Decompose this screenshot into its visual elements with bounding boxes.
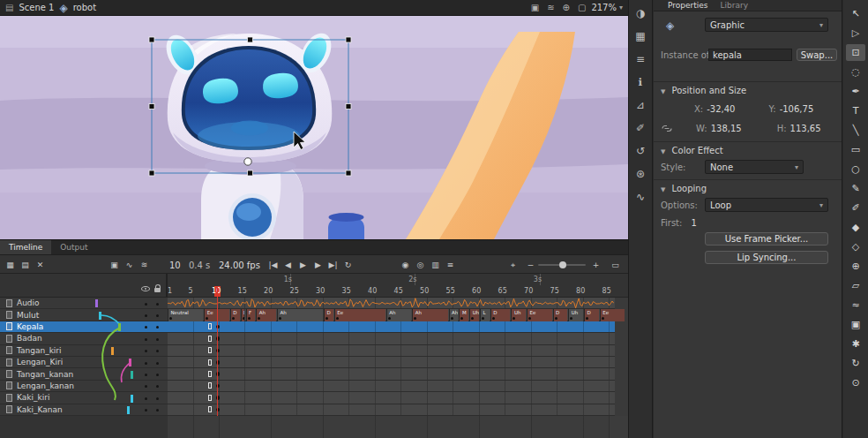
layer-lock-dot[interactable] [156,397,159,400]
layer-row-kaki_kanan[interactable]: Kaki_Kanan [0,404,168,416]
step-forward-icon[interactable]: ▶ [311,258,325,272]
center-frame-icon[interactable]: ⌖ [506,258,520,272]
insert-folder-icon[interactable]: ▤ [19,258,32,272]
layer-row-kaki_kiri[interactable]: Kaki_kiri [0,392,168,404]
mouth-keyframe-segment[interactable]: D [490,309,511,321]
align-panel-icon[interactable]: ≡ [632,50,649,67]
center-stage-icon[interactable]: ⊕ [563,3,570,12]
first-value[interactable]: 1 [691,218,696,228]
step-back-icon[interactable]: ◀ [281,258,295,272]
oval-tool[interactable]: ○ [846,161,865,177]
h-value[interactable]: 113,65 [790,124,821,133]
layer-frames-kaki_kiri[interactable] [168,392,615,404]
layer-depth-icon[interactable]: ≋ [138,258,151,272]
delete-layer-icon[interactable]: ✕ [34,258,47,272]
mouth-keyframe-segment[interactable]: Ee [600,309,625,321]
layer-lock-dot[interactable] [156,303,159,306]
width-tool[interactable]: ≈ [846,297,865,313]
onion-skin-outlines-icon[interactable]: ◎ [414,258,427,272]
mouth-keyframe-segment[interactable]: Uh [511,309,526,321]
frame-rate[interactable]: 24.00 fps [219,255,260,275]
brushes-panel-icon[interactable]: ✐ [632,119,649,136]
subselection-tool[interactable]: ▷ [846,25,865,42]
tab-library[interactable]: Library [720,1,747,10]
layer-visibility-dot[interactable] [145,385,147,388]
layer-lock-dot[interactable] [156,362,159,365]
layer-row-mulut[interactable]: Mulut [0,309,168,321]
layer-frames-tangan_kiri[interactable] [168,345,615,357]
layer-frames-lengan_kiri[interactable] [168,357,615,368]
swap-button[interactable]: Swap... [797,49,837,61]
mouth-keyframe-segment[interactable]: Ah [386,309,412,321]
layer-visibility-dot[interactable] [145,374,147,376]
zoom-level-select[interactable]: 217% ▾ [591,3,623,12]
tab-properties[interactable]: Properties [668,1,707,10]
timeline-zoom-slider-thumb[interactable] [559,261,566,268]
tab-output[interactable]: Output [51,240,96,254]
playhead-line[interactable] [217,286,219,416]
layer-row-lengan_kiri[interactable]: Lengan_Kiri [0,357,168,368]
tab-timeline[interactable]: Timeline [0,240,51,254]
mouth-keyframe-segment[interactable]: D [584,309,599,321]
go-to-first-frame-icon[interactable]: |◀ [266,258,280,272]
layer-visibility-dot[interactable] [145,350,147,352]
layer-frames-kaki_kanan[interactable] [168,404,615,416]
show-hide-column-icon[interactable] [141,286,150,291]
loop-options-select[interactable]: Loop ▾ [705,198,828,212]
mouth-keyframe-segment[interactable]: D [324,309,333,321]
loop-playback-icon[interactable]: ↻ [341,258,355,272]
clip-content-icon[interactable]: ▢ [578,3,586,12]
layer-row-lengan_kanan[interactable]: Lengan_kanan [0,381,168,392]
text-tool[interactable]: T [846,102,865,119]
layer-frames-tangan_kanan[interactable] [168,368,615,380]
style-select[interactable]: None ▾ [705,160,804,174]
timeline-zoom-out-icon[interactable]: − [524,258,537,272]
layer-row-badan[interactable]: Badan [0,333,168,344]
layer-frames-lengan_kanan[interactable] [168,381,615,392]
guides-icon[interactable]: ≋ [547,3,554,12]
mouth-keyframe-segment[interactable]: Ee [334,309,385,321]
ink-bottle-tool[interactable]: ◇ [846,238,865,255]
layer-row-tangan_kiri[interactable]: Tangan_kiri [0,345,168,357]
lock-column-icon[interactable] [154,288,161,292]
layer-lock-dot[interactable] [156,314,159,317]
timeline-ruler[interactable]: 1510152025303540455055606570758085 [168,285,628,298]
go-to-last-frame-icon[interactable]: ▶| [326,258,340,272]
mouth-keyframe-segment[interactable]: D [230,309,240,321]
mouth-keyframe-segment[interactable]: L [480,309,490,321]
mouth-keyframe-segment[interactable]: Ah [412,309,447,321]
y-value[interactable]: -106,75 [780,104,814,114]
free-transform-tool[interactable]: ⊡ [846,44,865,61]
transform-point[interactable] [244,158,251,165]
hand-tool[interactable]: ✱ [846,336,865,352]
mouth-keyframe-segment[interactable]: F [246,309,256,321]
mouth-keyframe-segment[interactable]: Uh [568,309,583,321]
line-tool[interactable]: ╲ [846,122,865,139]
transform-panel-icon[interactable]: ⊿ [632,96,649,113]
current-frame-counter[interactable]: 10 [169,255,181,275]
motion-editor-panel-icon[interactable]: ∿ [632,188,649,205]
section-looping[interactable]: ▼ Looping [654,179,842,193]
show-parenting-view-icon[interactable]: ∿ [123,258,136,272]
pen-tool[interactable]: ✒ [846,83,865,100]
mouth-keyframe-segment[interactable]: Uh [469,309,479,321]
insert-layer-icon[interactable]: ▦ [4,258,17,272]
camera-icon[interactable]: ▣ [531,3,539,12]
instance-name-field[interactable]: kepala [708,49,792,61]
layer-visibility-dot[interactable] [145,303,147,306]
mouth-keyframe-segment[interactable]: D [553,309,568,321]
link-width-height-icon[interactable] [661,124,673,133]
add-camera-icon[interactable]: ▣ [108,258,121,272]
pencil-tool[interactable]: ✎ [846,180,865,197]
layer-lock-dot[interactable] [156,326,159,328]
mouth-keyframe-segment[interactable]: Ee [527,309,552,321]
use-frame-picker-button[interactable]: Use Frame Picker... [705,232,828,245]
zoom-tool[interactable]: ⊙ [846,374,865,391]
layer-visibility-dot[interactable] [145,362,147,365]
paint-bucket-tool[interactable]: ◆ [846,219,865,236]
layer-visibility-dot[interactable] [145,409,147,412]
eyedropper-tool[interactable]: ⊕ [846,258,865,275]
mouth-keyframe-segment[interactable]: Ah [449,309,459,321]
layer-row-audio[interactable]: Audio [0,298,168,309]
onion-skin-icon[interactable]: ◉ [399,258,412,272]
